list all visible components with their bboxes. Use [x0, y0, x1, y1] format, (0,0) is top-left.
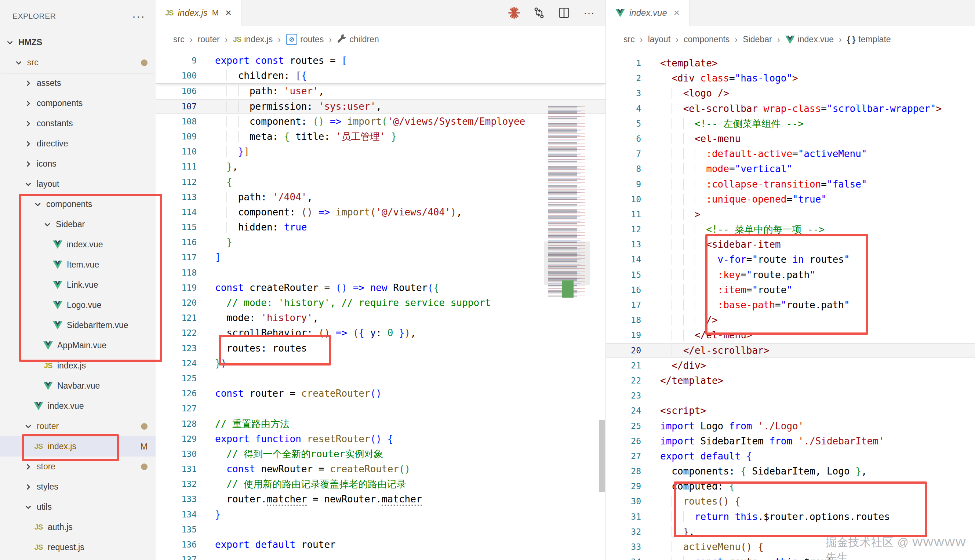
code-line-11[interactable]: 11 > [606, 207, 975, 222]
breadcrumb-item-routes[interactable]: ⊘routes [286, 34, 324, 45]
code-line-9[interactable]: 9 :collapse-transition="false" [606, 177, 975, 192]
tree-item-layout[interactable]: layout [0, 174, 156, 194]
code-line-29[interactable]: 29 computed: { [606, 479, 975, 494]
code-line-127[interactable]: 127 [156, 401, 605, 416]
code-line-137[interactable]: 137 [156, 552, 605, 560]
tree-item-index-js[interactable]: JSindex.jsM [0, 436, 156, 457]
code-line-27[interactable]: 27export default { [606, 449, 975, 464]
tree-item-Item-vue[interactable]: Item.vue [0, 255, 156, 275]
tree-item-Logo-vue[interactable]: Logo.vue [0, 295, 156, 315]
code-line-125[interactable]: 125 [156, 371, 605, 386]
code-line-1[interactable]: 1<template> [606, 56, 975, 71]
explorer-more-actions-icon[interactable]: ··· [132, 12, 145, 20]
code-line-22[interactable]: 22</template> [606, 373, 975, 388]
code-line-24[interactable]: 24<script> [606, 403, 975, 418]
code-line-126[interactable]: 126const router = createRouter() [156, 386, 605, 401]
split-editor-icon[interactable] [558, 7, 570, 19]
tree-item-styles[interactable]: styles [0, 477, 156, 497]
tree-item-Link-vue[interactable]: Link.vue [0, 275, 156, 295]
tree-item-AppMain-vue[interactable]: AppMain.vue [0, 335, 156, 356]
breadcrumb-item-layout[interactable]: layout [648, 35, 670, 44]
code-line-107[interactable]: 107 permission: 'sys:user', [156, 99, 605, 114]
code-line-117[interactable]: 117] [156, 250, 605, 265]
breadcrumb-item-router[interactable]: router [198, 35, 220, 44]
tree-item-Navbar-vue[interactable]: Navbar.vue [0, 376, 156, 396]
code-line-7[interactable]: 7 :default-active="activeMenu" [606, 147, 975, 162]
code-line-128[interactable]: 128// 重置路由方法 [156, 417, 605, 432]
breadcrumb-item-index-vue[interactable]: index.vue [785, 35, 834, 44]
code-line-10[interactable]: 10 :unique-opened="true" [606, 192, 975, 207]
tree-item-assets[interactable]: assets [0, 73, 156, 93]
code-line-23[interactable]: 23 [606, 388, 975, 403]
code-line-119[interactable]: 119const createRouter = () => new Router… [156, 280, 605, 295]
tree-item-router[interactable]: router [0, 416, 156, 436]
project-root-row[interactable]: HMZS [0, 32, 156, 52]
code-line-14[interactable]: 14 v-for="route in routes" [606, 252, 975, 267]
tree-item-index-js[interactable]: JSindex.js [0, 356, 156, 376]
code-line-136[interactable]: 136export default router [156, 537, 605, 552]
code-line-130[interactable]: 130 // 得到一个全新的router实例对象 [156, 447, 605, 462]
tree-item-constants[interactable]: constants [0, 113, 156, 133]
breadcrumb-item-components[interactable]: components [683, 35, 730, 44]
code-line-133[interactable]: 133 router.matcher = newRouter.matcher [156, 492, 605, 507]
code-line-108[interactable]: 108 component: () => import('@/views/Sys… [156, 114, 605, 129]
code-line-26[interactable]: 26import SidebarItem from './SidebarItem… [606, 434, 975, 449]
code-line-20[interactable]: 20 </el-scrollbar> [606, 343, 975, 358]
code-line-5[interactable]: 5 <!-- 左侧菜单组件 --> [606, 116, 975, 132]
code-line-124[interactable]: 124}) [156, 356, 605, 371]
vertical-scrollbar[interactable] [599, 420, 605, 492]
tree-item-Sidebar[interactable]: Sidebar [0, 214, 156, 235]
code-line-31[interactable]: 31 return this.$router.options.routes [606, 509, 975, 524]
code-line-13[interactable]: 13 <sidebar-item [606, 237, 975, 252]
code-line-112[interactable]: 112 { [156, 175, 605, 190]
code-line-100[interactable]: 100 children: [{ [156, 68, 605, 83]
tab-index-js[interactable]: JS index.js M × [156, 0, 242, 26]
code-line-114[interactable]: 114 component: () => import('@/views/404… [156, 205, 605, 220]
code-line-4[interactable]: 4 <el-scrollbar wrap-class="scrollbar-wr… [606, 101, 975, 116]
minimap[interactable] [544, 107, 590, 297]
code-line-111[interactable]: 111 }, [156, 159, 605, 174]
code-line-134[interactable]: 134} [156, 507, 605, 522]
code-area-middle[interactable]: 9export const routes = [100 children: [{… [156, 53, 605, 560]
close-icon[interactable]: × [223, 7, 231, 19]
code-line-17[interactable]: 17 :base-path="route.path" [606, 298, 975, 313]
close-icon[interactable]: × [672, 7, 680, 19]
code-line-131[interactable]: 131 const newRouter = createRouter() [156, 462, 605, 477]
code-line-110[interactable]: 110 }] [156, 144, 605, 159]
code-line-6[interactable]: 6 <el-menu [606, 132, 975, 147]
tree-item-src[interactable]: src [0, 52, 156, 73]
code-line-106[interactable]: 106 path: 'user', [156, 84, 605, 99]
tree-item-request-js[interactable]: JSrequest.js [0, 537, 156, 557]
code-line-123[interactable]: 123 routes: routes [156, 341, 605, 356]
code-line-3[interactable]: 3 <logo /> [606, 86, 975, 101]
tree-item-directive[interactable]: directive [0, 133, 156, 154]
code-line-18[interactable]: 18 /> [606, 313, 975, 328]
tree-item-auth-js[interactable]: JSauth.js [0, 517, 156, 537]
code-line-118[interactable]: 118 [156, 265, 605, 280]
code-line-121[interactable]: 121 mode: 'history', [156, 310, 605, 325]
breadcrumb-item-src[interactable]: src [173, 35, 185, 44]
code-line-120[interactable]: 120 // mode: 'history', // require servi… [156, 295, 605, 310]
code-line-9[interactable]: 9export const routes = [ [156, 53, 605, 68]
code-line-116[interactable]: 116 } [156, 235, 605, 250]
code-area-right[interactable]: 1<template>2 <div class="has-logo">3 <lo… [606, 53, 975, 560]
breadcrumb-item-template[interactable]: { }template [847, 35, 891, 44]
code-line-8[interactable]: 8 mode="vertical" [606, 162, 975, 177]
code-line-12[interactable]: 12 <!-- 菜单中的每一项 --> [606, 222, 975, 237]
extension-starburst-icon[interactable] [508, 7, 520, 19]
code-line-135[interactable]: 135 [156, 522, 605, 537]
code-line-2[interactable]: 2 <div class="has-logo"> [606, 71, 975, 86]
breadcrumb-item-src[interactable]: src [623, 35, 635, 44]
code-line-115[interactable]: 115 hidden: true [156, 220, 605, 235]
breadcrumb-item-Sidebar[interactable]: Sidebar [743, 35, 772, 44]
tree-item-utils[interactable]: utils [0, 497, 156, 517]
code-line-129[interactable]: 129export function resetRouter() { [156, 432, 605, 447]
tab-index-vue[interactable]: index.vue × [606, 0, 690, 26]
code-line-113[interactable]: 113 path: '/404', [156, 190, 605, 205]
tree-item-index-vue[interactable]: index.vue [0, 235, 156, 255]
code-line-30[interactable]: 30 routes() { [606, 494, 975, 509]
more-actions-icon[interactable]: ··· [583, 7, 595, 19]
tree-item-components[interactable]: components [0, 194, 156, 214]
code-line-122[interactable]: 122 scrollBehavior: () => ({ y: 0 }), [156, 325, 605, 340]
code-line-25[interactable]: 25import Logo from './Logo' [606, 419, 975, 434]
